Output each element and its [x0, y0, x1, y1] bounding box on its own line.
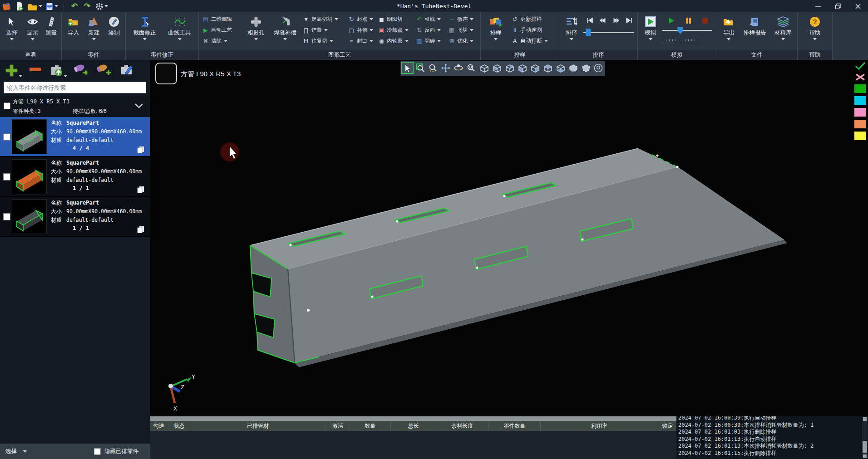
fly-cut-caret[interactable] — [470, 29, 473, 31]
log-scroll-up[interactable] — [863, 417, 867, 421]
settings-caret[interactable] — [104, 5, 108, 7]
settings-gear-button[interactable] — [95, 1, 108, 11]
move-tube-button[interactable] — [74, 63, 90, 78]
vt-view-bottom-button[interactable] — [554, 62, 566, 74]
vt-view-cycle-button[interactable] — [592, 62, 604, 74]
swatch-green[interactable] — [854, 84, 866, 93]
col-qty[interactable]: 数量 — [350, 421, 391, 431]
cooling-point-button[interactable]: ▣冷却点 — [376, 24, 413, 35]
horizontal-splitter[interactable] — [150, 416, 676, 421]
chop-button[interactable]: ▦切碎 — [414, 35, 446, 46]
display-caret[interactable] — [31, 38, 35, 40]
part-3-copy-icon[interactable] — [137, 226, 144, 233]
edit-2d-button[interactable]: ▤二维编辑 — [201, 14, 242, 24]
simulate-button[interactable]: 模拟 — [640, 14, 661, 40]
part-group-header[interactable]: 方管 L90 X R5 X T3 零件种类: 3 待排/总数: 6/6 — [0, 96, 150, 117]
part-2-checkbox[interactable] — [3, 173, 10, 181]
cooling-caret[interactable] — [405, 29, 409, 31]
group-collapse-chevron[interactable] — [134, 103, 143, 109]
recip-caret[interactable] — [330, 40, 333, 42]
reverse-caret[interactable] — [437, 29, 441, 31]
part-3-checkbox[interactable] — [3, 213, 10, 220]
part-card-1[interactable]: 名称SquarePart 大小90.00mmX90.00mmX460.00mm … — [0, 117, 150, 157]
save-button[interactable] — [45, 1, 58, 11]
col-lock[interactable]: 锁定 — [658, 421, 676, 431]
start-point-button[interactable]: ↻起点 — [346, 14, 375, 24]
inner-contour-caret[interactable] — [405, 40, 409, 42]
chop-caret[interactable] — [437, 40, 441, 42]
vt-view-top-button[interactable] — [541, 62, 553, 74]
optimize-caret[interactable] — [470, 40, 473, 42]
sim-slider-thumb[interactable] — [677, 27, 683, 34]
add-part-button[interactable] — [5, 63, 22, 77]
close-button[interactable] — [848, 0, 868, 12]
select-caret[interactable] — [10, 38, 14, 40]
redo-button[interactable]: ↷ — [82, 1, 92, 11]
restore-button[interactable] — [828, 0, 848, 12]
nest-button[interactable]: 排样 — [483, 14, 509, 40]
edit-part-button[interactable] — [119, 63, 134, 78]
export-button[interactable]: 导出 — [718, 14, 740, 40]
auto-break-caret[interactable] — [544, 40, 548, 42]
export-caret[interactable] — [727, 38, 730, 40]
skip-first-button[interactable] — [586, 17, 593, 24]
col-check[interactable]: 勾选 — [150, 421, 168, 431]
sort-button[interactable]: 排序 — [561, 14, 582, 40]
skip-last-button[interactable] — [626, 17, 633, 24]
auto-process-button[interactable]: ▶自动工艺 — [201, 24, 242, 35]
add-tube-button[interactable] — [96, 63, 113, 78]
new-part-caret[interactable] — [92, 38, 96, 40]
part-card-3[interactable]: 名称SquarePart 大小90.00mmX90.00mmX460.00mm … — [0, 197, 150, 237]
import-part-caret[interactable] — [64, 75, 67, 77]
sim-stop-button[interactable] — [702, 18, 708, 24]
col-tube[interactable]: 已排管材 — [190, 421, 326, 431]
update-nest-button[interactable]: ↺更新排样 — [510, 14, 557, 24]
swatch-cyan[interactable] — [854, 96, 866, 105]
compensate-caret[interactable] — [370, 29, 373, 31]
curve-tools-caret[interactable] — [178, 38, 182, 40]
vt-view-sw-iso-button[interactable] — [567, 62, 579, 74]
vt-zoom-fit-button[interactable] — [465, 62, 477, 74]
material-lib-caret[interactable] — [781, 38, 785, 40]
open-file-caret[interactable] — [39, 5, 42, 7]
new-file-button[interactable] — [15, 1, 25, 11]
hide-nested-label[interactable]: 隐藏已排零件 — [104, 448, 138, 455]
visible-check-icon[interactable] — [855, 62, 866, 70]
vt-zoom-dynamic-button[interactable]: +− — [427, 62, 439, 74]
part-search-input[interactable] — [4, 82, 146, 93]
group-checkbox[interactable] — [4, 103, 10, 109]
shovel-caret[interactable] — [324, 29, 328, 31]
open-file-button[interactable] — [27, 1, 42, 11]
vt-view-iso-button[interactable] — [478, 62, 490, 74]
inner-contour-button[interactable]: ◉内轮廓 — [376, 35, 413, 46]
swatch-yellow[interactable] — [854, 132, 866, 140]
vt-view-right-button[interactable] — [528, 62, 541, 74]
simulate-caret[interactable] — [649, 38, 652, 40]
swatch-orange[interactable] — [854, 120, 866, 128]
part-2-copy-icon[interactable] — [137, 186, 144, 193]
vt-view-left-button[interactable] — [516, 62, 528, 74]
optimize-button[interactable]: ⊠优化 — [447, 35, 478, 46]
col-remnant[interactable]: 余料长度 — [436, 421, 488, 431]
sim-pause-button[interactable] — [686, 18, 691, 24]
viewport-3d[interactable]: Y Z X 方管 L90 X R5 X T3 +− — [150, 60, 868, 416]
add-part-caret[interactable] — [19, 75, 22, 77]
select-button[interactable]: 选择 — [2, 14, 22, 40]
col-length[interactable]: 总长 — [391, 421, 436, 431]
part-card-2[interactable]: 名称SquarePart 大小90.00mmX90.00mmX460.00mm … — [0, 157, 150, 197]
start-point-caret[interactable] — [370, 18, 373, 20]
compensate-button[interactable]: ▢补偿 — [346, 24, 375, 35]
clear-caret[interactable] — [224, 40, 227, 42]
sim-slider[interactable] — [662, 27, 714, 37]
col-active[interactable]: 激活 — [326, 421, 350, 431]
fixheight-caret[interactable] — [335, 18, 338, 20]
section-fix-button[interactable]: 截面修正 — [128, 14, 162, 40]
curve-tools-button[interactable]: 曲线工具 — [163, 14, 197, 40]
log-scrollbar[interactable] — [862, 417, 868, 458]
prev-button[interactable] — [599, 17, 607, 24]
material-lib-button[interactable]: 材料库 — [770, 14, 795, 40]
measure-button[interactable]: 测量 — [43, 14, 59, 37]
save-caret[interactable] — [54, 5, 58, 7]
log-scroll-down[interactable] — [863, 454, 867, 458]
log-scroll-thumb[interactable] — [863, 441, 867, 453]
